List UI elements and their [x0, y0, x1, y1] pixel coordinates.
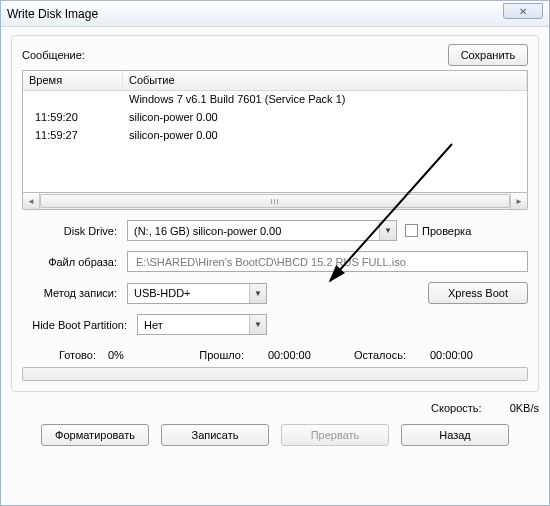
back-button[interactable]: Назад: [401, 424, 509, 446]
log-event: Windows 7 v6.1 Build 7601 (Service Pack …: [123, 93, 527, 111]
horizontal-scrollbar[interactable]: ◄ III ►: [22, 192, 528, 210]
log-time: 11:59:27: [23, 129, 123, 147]
scroll-right-arrow-icon[interactable]: ►: [510, 193, 527, 209]
image-file-label: Файл образа:: [22, 256, 127, 268]
remain-value: 00:00:00: [412, 349, 473, 361]
xpress-boot-button[interactable]: Xpress Boot: [428, 282, 528, 304]
window: Write Disk Image ✕ Сообщение: Сохранить …: [0, 0, 550, 506]
verify-label: Проверка: [422, 225, 471, 237]
ready-value: 0%: [108, 349, 168, 361]
hide-boot-combo[interactable]: Нет ▼: [137, 314, 267, 335]
verify-checkbox[interactable]: Проверка: [405, 224, 471, 237]
log-row: Windows 7 v6.1 Build 7601 (Service Pack …: [23, 93, 527, 111]
write-method-label: Метод записи:: [22, 287, 127, 299]
log-row: 11:59:27 silicon-power 0.00: [23, 129, 527, 147]
col-event-header[interactable]: Событие: [123, 71, 527, 90]
save-button[interactable]: Сохранить: [448, 44, 528, 66]
col-time-header[interactable]: Время: [23, 71, 123, 90]
window-title: Write Disk Image: [7, 7, 98, 21]
format-button[interactable]: Форматировать: [41, 424, 149, 446]
close-icon: ✕: [519, 6, 527, 17]
log-list: Время Событие Windows 7 v6.1 Build 7601 …: [22, 70, 528, 192]
log-event: silicon-power 0.00: [123, 111, 527, 129]
chevron-down-icon: ▼: [249, 315, 266, 334]
write-method-value: USB-HDD+: [134, 287, 191, 299]
close-button[interactable]: ✕: [503, 3, 543, 19]
elapsed-label: Прошло:: [174, 349, 244, 361]
disk-drive-label: Disk Drive:: [22, 225, 127, 237]
speed-value: 0KB/s: [510, 402, 539, 414]
checkbox-box-icon: [405, 224, 418, 237]
image-file-input[interactable]: [127, 251, 528, 272]
disk-drive-value: (N:, 16 GB) silicon-power 0.00: [134, 225, 281, 237]
elapsed-value: 00:00:00: [250, 349, 320, 361]
disk-drive-combo[interactable]: (N:, 16 GB) silicon-power 0.00 ▼: [127, 220, 397, 241]
progress-bar: [22, 367, 528, 381]
scroll-thumb[interactable]: III: [40, 194, 510, 208]
titlebar[interactable]: Write Disk Image ✕: [1, 1, 549, 27]
write-method-combo[interactable]: USB-HDD+ ▼: [127, 283, 267, 304]
image-file-field[interactable]: [134, 252, 521, 271]
log-body: Windows 7 v6.1 Build 7601 (Service Pack …: [23, 91, 527, 192]
write-button[interactable]: Записать: [161, 424, 269, 446]
log-time: [23, 93, 123, 111]
log-event: silicon-power 0.00: [123, 129, 527, 147]
ready-label: Готово:: [22, 349, 102, 361]
message-label: Сообщение:: [22, 49, 448, 61]
chevron-down-icon: ▼: [379, 221, 396, 240]
log-row: 11:59:20 silicon-power 0.00: [23, 111, 527, 129]
remain-label: Осталось:: [326, 349, 406, 361]
log-header: Время Событие: [23, 71, 527, 91]
main-panel: Сообщение: Сохранить Время Событие Windo…: [11, 35, 539, 392]
log-time: 11:59:20: [23, 111, 123, 129]
speed-label: Скорость:: [431, 402, 482, 414]
abort-button: Прервать: [281, 424, 389, 446]
scroll-left-arrow-icon[interactable]: ◄: [23, 193, 40, 209]
hide-boot-label: Hide Boot Partition:: [22, 319, 137, 331]
chevron-down-icon: ▼: [249, 284, 266, 303]
hide-boot-value: Нет: [144, 319, 163, 331]
button-row: Форматировать Записать Прервать Назад: [11, 424, 539, 446]
